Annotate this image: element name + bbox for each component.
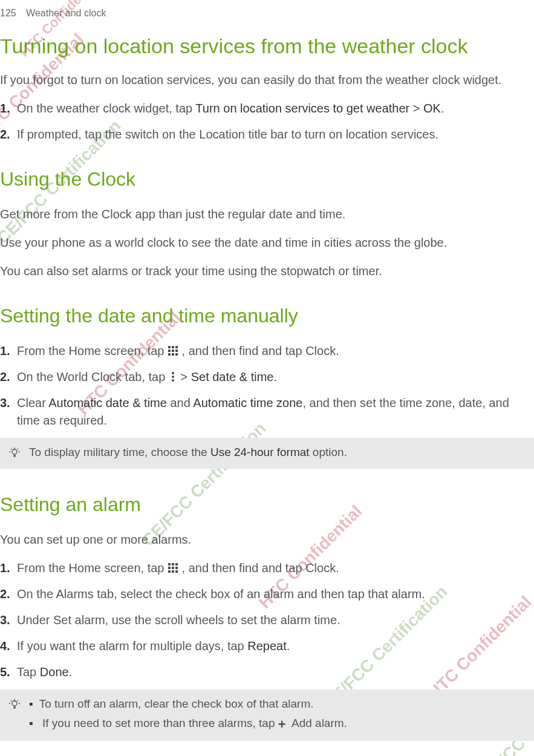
step-text-bold: Automatic time zone: [193, 396, 302, 409]
section2-p3: You can also set alarms or track your ti…: [0, 262, 534, 280]
page-section-name: Weather and clock: [26, 8, 106, 18]
section-title-setting-alarm: Setting an alarm: [0, 490, 534, 519]
section4-intro: You can set up one or more alarms.: [0, 531, 534, 549]
section-title-location-services: Turning on location services from the we…: [0, 33, 534, 59]
tip-text: To display military time, choose the: [29, 446, 210, 458]
tip-list-item: To turn off an alarm, clear the check bo…: [29, 696, 526, 713]
tip-text: If you need to set more than three alarm…: [42, 717, 278, 729]
step-number: 2.: [0, 126, 10, 143]
step-number: 3.: [0, 394, 10, 412]
step-text-bold: Turn on location services to get weather: [195, 102, 409, 115]
page-number: 125: [0, 6, 16, 21]
section-title-using-clock: Using the Clock: [0, 165, 534, 194]
more-vertical-icon: [169, 370, 177, 380]
step: 4. If you want the alarm for multiple da…: [17, 637, 534, 655]
svg-rect-8: [175, 353, 178, 356]
tip-list-item: If you need to set more than three alarm…: [29, 715, 526, 732]
step-number: 1.: [0, 559, 10, 577]
step-text: If prompted, tap the switch on the Locat…: [17, 128, 438, 141]
step-text: >: [180, 370, 190, 383]
apps-grid-icon: [168, 561, 178, 572]
step-text: From the Home screen, tap: [17, 344, 168, 357]
step-number: 2.: [0, 368, 10, 386]
tip-text: option.: [310, 446, 347, 458]
svg-rect-20: [172, 570, 174, 573]
step-number: 1.: [0, 342, 10, 360]
section2-p2: Use your phone as a world clock to see t…: [0, 234, 534, 252]
step: 1. From the Home screen, tap , and then …: [17, 559, 534, 577]
svg-rect-3: [168, 350, 171, 352]
step-text: , and then find and tap Clock.: [182, 561, 339, 575]
step-text-bold: OK: [423, 102, 441, 115]
svg-rect-0: [168, 346, 171, 348]
step-text-bold: Set date & time: [191, 370, 274, 383]
svg-rect-6: [168, 353, 171, 356]
section1-intro: If you forgot to turn on location servic…: [0, 71, 534, 89]
svg-point-10: [172, 376, 174, 378]
tip-box: To display military time, choose the Use…: [0, 438, 534, 469]
svg-rect-21: [175, 570, 178, 573]
svg-rect-1: [172, 346, 174, 348]
step: 2. On the World Clock tab, tap > Set dat…: [17, 368, 534, 386]
step-text: On the weather clock widget, tap: [17, 102, 195, 115]
section2-p1: Get more from the Clock app than just th…: [0, 206, 534, 223]
step-text: On the World Clock tab, tap: [17, 370, 169, 383]
step-text: Tap: [17, 665, 40, 679]
step-text: and: [167, 396, 193, 409]
step-text: If you want the alarm for multiple days,…: [17, 639, 247, 653]
tip-text: Add alarm.: [291, 717, 347, 729]
section4-steps: 1. From the Home screen, tap , and then …: [0, 559, 534, 681]
step-number: 2.: [0, 585, 10, 603]
step: 2. If prompted, tap the switch on the Lo…: [17, 126, 534, 143]
svg-rect-16: [168, 567, 171, 569]
svg-point-9: [172, 372, 174, 374]
svg-rect-2: [175, 346, 178, 348]
step: 2. On the Alarms tab, select the check b…: [17, 585, 534, 603]
svg-rect-4: [172, 350, 174, 352]
lightbulb-icon: [8, 699, 21, 711]
svg-point-11: [172, 379, 174, 382]
step-number: 5.: [0, 663, 10, 681]
step-text: From the Home screen, tap: [17, 561, 168, 575]
tip-text: To turn off an alarm, clear the check bo…: [39, 697, 314, 710]
svg-rect-5: [175, 350, 178, 352]
svg-rect-13: [168, 563, 171, 565]
svg-rect-18: [175, 567, 178, 569]
apps-grid-icon: [168, 344, 178, 354]
svg-rect-7: [172, 353, 174, 356]
tip-list: To turn off an alarm, clear the check bo…: [29, 696, 526, 732]
svg-rect-14: [172, 563, 174, 565]
step-number: 1.: [0, 100, 10, 117]
step-text: , and then find and tap Clock.: [182, 344, 339, 357]
step-text-bold: Repeat: [247, 639, 287, 653]
svg-point-22: [12, 701, 17, 706]
step-text: On the Alarms tab, select the check box …: [17, 587, 425, 601]
plus-icon: +: [278, 719, 289, 730]
section1-steps: 1. On the weather clock widget, tap Turn…: [0, 100, 534, 143]
step: 3. Clear Automatic date & time and Autom…: [17, 394, 534, 429]
page-header: 125 Weather and clock: [0, 0, 534, 33]
svg-rect-15: [175, 563, 178, 565]
tip-text-bold: Use 24-hour format: [210, 446, 310, 458]
step: 1. From the Home screen, tap , and then …: [17, 342, 534, 360]
step-text-bold: Automatic date & time: [48, 396, 167, 409]
step-number: 3.: [0, 611, 10, 629]
section3-steps: 1. From the Home screen, tap , and then …: [0, 342, 534, 429]
section-title-setting-date-time: Setting the date and time manually: [0, 301, 534, 330]
lightbulb-icon: [8, 447, 21, 459]
svg-rect-17: [172, 567, 174, 569]
step: 5. Tap Done.: [17, 663, 534, 681]
svg-point-12: [12, 449, 17, 454]
step-text: .: [273, 370, 277, 383]
step: 3. Under Set alarm, use the scroll wheel…: [17, 611, 534, 629]
step-text: >: [409, 102, 423, 115]
tip-box: To turn off an alarm, clear the check bo…: [0, 689, 534, 741]
svg-rect-19: [168, 570, 171, 573]
step: 1. On the weather clock widget, tap Turn…: [17, 100, 534, 117]
step-text: Clear: [17, 396, 48, 409]
step-text-bold: Done: [40, 665, 69, 679]
step-text: .: [69, 665, 73, 679]
step-text: .: [441, 102, 444, 115]
step-number: 4.: [0, 637, 10, 655]
step-text: Under Set alarm, use the scroll wheels t…: [17, 613, 340, 627]
